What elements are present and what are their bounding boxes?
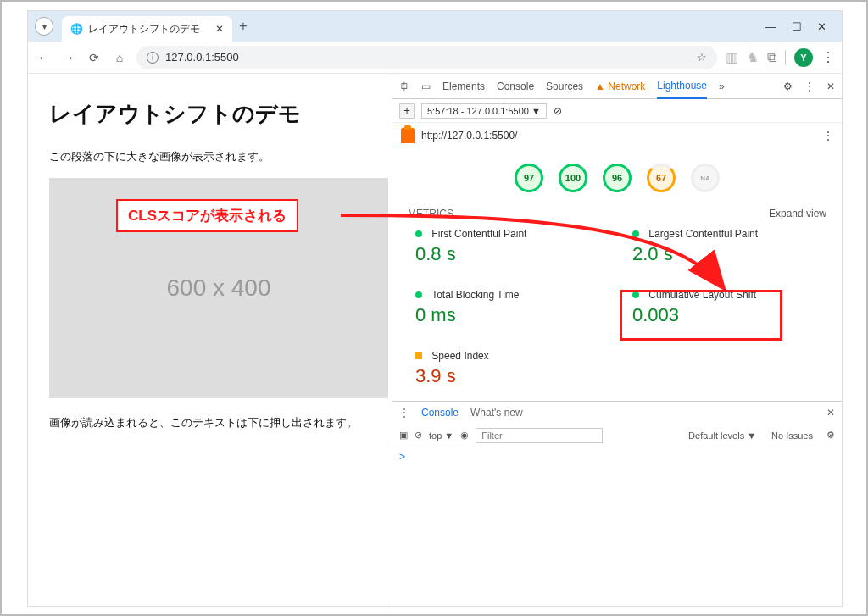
divider bbox=[785, 50, 786, 65]
drawer-menu-icon[interactable]: ⋮ bbox=[399, 407, 409, 419]
extension-icon[interactable]: ▥ bbox=[726, 49, 738, 65]
performance-gauge[interactable]: 97 bbox=[515, 164, 543, 192]
log-levels-selector[interactable]: Default levels ▼ bbox=[688, 430, 756, 441]
pwa-gauge[interactable]: NA bbox=[691, 164, 720, 192]
tab-sources[interactable]: Sources bbox=[546, 80, 583, 92]
tab-search-button[interactable]: ▾ bbox=[35, 17, 53, 36]
drawer-tab-console[interactable]: Console bbox=[421, 407, 459, 419]
extension-icon[interactable]: ♞ bbox=[747, 49, 759, 65]
omnibox[interactable]: i 127.0.0.1:5500 ☆ bbox=[136, 46, 717, 69]
forward-icon[interactable]: → bbox=[60, 51, 77, 64]
status-dot-icon bbox=[415, 352, 422, 359]
page-paragraph: 画像が読み込まれると、このテキストは下に押し出されます。 bbox=[49, 415, 370, 430]
reload-icon[interactable]: ⟳ bbox=[86, 51, 103, 64]
annotation-highlight-box bbox=[620, 290, 782, 341]
metric-lcp[interactable]: Largest Contentful Paint 2.0 s bbox=[621, 228, 830, 265]
address-bar: ← → ⟳ ⌂ i 127.0.0.1:5500 ☆ ▥ ♞ ⧉ Y ⋮ bbox=[28, 42, 842, 74]
status-dot-icon bbox=[632, 230, 639, 237]
metric-fcp[interactable]: First Contentful Paint 0.8 s bbox=[404, 228, 613, 265]
new-tab-button[interactable]: + bbox=[232, 19, 254, 34]
browser-tab[interactable]: 🌐 レイアウトシフトのデモ ✕ bbox=[62, 16, 232, 42]
site-info-icon[interactable]: i bbox=[147, 52, 159, 64]
annotation-label: CLSスコアが表示される bbox=[116, 199, 298, 232]
bookmark-icon[interactable]: ☆ bbox=[697, 51, 707, 64]
best-practices-gauge[interactable]: 96 bbox=[603, 164, 632, 192]
no-issues-label[interactable]: No Issues bbox=[771, 430, 813, 441]
accessibility-gauge[interactable]: 100 bbox=[559, 164, 587, 192]
console-prompt[interactable]: > bbox=[399, 451, 405, 463]
globe-icon: 🌐 bbox=[70, 23, 83, 35]
devtools-tabs: ⯐ ▭ Elements Console Sources ▲ Network L… bbox=[392, 74, 842, 99]
status-dot-icon bbox=[415, 291, 422, 298]
gear-icon[interactable]: ⚙ bbox=[826, 430, 835, 441]
tab-console[interactable]: Console bbox=[497, 80, 534, 92]
lighthouse-icon bbox=[401, 128, 415, 143]
close-icon[interactable]: ✕ bbox=[826, 80, 835, 92]
tabs-overflow[interactable]: » bbox=[719, 80, 725, 92]
inspect-icon[interactable]: ⯐ bbox=[399, 80, 409, 92]
page-title: レイアウトシフトのデモ bbox=[49, 99, 370, 129]
tab-elements[interactable]: Elements bbox=[442, 80, 485, 92]
kebab-menu-icon[interactable]: ⋮ bbox=[804, 80, 815, 92]
gear-icon[interactable]: ⚙ bbox=[783, 80, 793, 92]
device-toggle-icon[interactable]: ▭ bbox=[421, 80, 431, 92]
devtools-drawer: ⋮ Console What's new ✕ ▣ ⊘ top ▼ ◉ Defau… bbox=[392, 401, 842, 466]
kebab-menu-icon[interactable]: ⋮ bbox=[823, 130, 833, 142]
context-selector[interactable]: top ▼ bbox=[429, 430, 453, 441]
page-viewport: レイアウトシフトのデモ この段落の下に大きな画像が表示されます。 600 x 4… bbox=[28, 74, 392, 606]
minimize-icon[interactable]: — bbox=[765, 20, 776, 33]
tab-network[interactable]: ▲ Network bbox=[595, 80, 645, 92]
lighthouse-toolbar: + 5:57:18 - 127.0.0.1:5500 ▼ ⊘ bbox=[392, 99, 842, 123]
new-report-button[interactable]: + bbox=[399, 103, 415, 119]
tab-title: レイアウトシフトのデモ bbox=[88, 22, 200, 36]
console-filter-input[interactable] bbox=[476, 428, 603, 443]
extensions-menu-icon[interactable]: ⧉ bbox=[767, 50, 776, 65]
close-drawer-icon[interactable]: ✕ bbox=[826, 407, 835, 419]
close-tab-icon[interactable]: ✕ bbox=[215, 23, 224, 35]
back-icon[interactable]: ← bbox=[35, 51, 52, 64]
lighthouse-report-header: http://127.0.0.1:5500/ ⋮ bbox=[392, 123, 842, 148]
status-dot-icon bbox=[415, 230, 422, 237]
clear-console-icon[interactable]: ⊘ bbox=[415, 430, 422, 441]
metrics-heading: METRICS bbox=[408, 208, 453, 219]
clear-icon[interactable]: ⊘ bbox=[554, 105, 562, 117]
url-text: 127.0.0.1:5500 bbox=[165, 51, 239, 64]
report-selector[interactable]: 5:57:18 - 127.0.0.1:5500 ▼ bbox=[421, 103, 547, 119]
kebab-menu-icon[interactable]: ⋮ bbox=[821, 49, 835, 65]
sidebar-toggle-icon[interactable]: ▣ bbox=[399, 430, 408, 441]
profile-avatar[interactable]: Y bbox=[794, 48, 813, 67]
tab-lighthouse[interactable]: Lighthouse bbox=[657, 74, 707, 99]
expand-view-link[interactable]: Expand view bbox=[769, 208, 826, 219]
eye-icon[interactable]: ◉ bbox=[460, 430, 469, 441]
seo-gauge[interactable]: 67 bbox=[647, 164, 676, 192]
maximize-icon[interactable]: ☐ bbox=[792, 20, 802, 33]
close-window-icon[interactable]: ✕ bbox=[817, 20, 826, 33]
browser-tab-strip: ▾ 🌐 レイアウトシフトのデモ ✕ + — ☐ ✕ bbox=[28, 11, 842, 42]
page-paragraph: この段落の下に大きな画像が表示されます。 bbox=[49, 149, 370, 164]
metric-si[interactable]: Speed Index 3.9 s bbox=[404, 350, 613, 387]
drawer-tab-whatsnew[interactable]: What's new bbox=[470, 407, 523, 419]
metric-tbt[interactable]: Total Blocking Time 0 ms bbox=[404, 289, 613, 326]
placeholder-size-label: 600 x 400 bbox=[167, 275, 271, 302]
home-icon[interactable]: ⌂ bbox=[111, 51, 128, 64]
score-gauges: 97 100 96 67 NA bbox=[392, 148, 842, 208]
report-url: http://127.0.0.1:5500/ bbox=[421, 130, 517, 142]
